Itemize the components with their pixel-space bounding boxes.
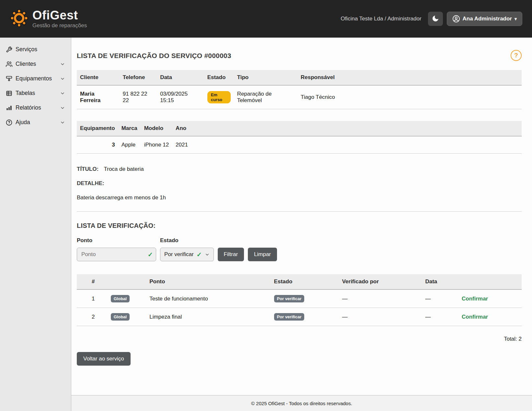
cell-modelo: iPhone 12	[141, 136, 172, 154]
scope-badge: Global	[111, 313, 130, 321]
logo-text: OfiGest Gestão de reparações	[32, 9, 87, 29]
cell-telefone: 91 822 22 22	[120, 85, 157, 109]
sidebar-item-ajuda[interactable]: Ajuda	[0, 115, 71, 130]
table-header-row: Equipamento Marca Modelo Ano	[77, 121, 522, 136]
table-row: 3 Apple iPhone 12 2021	[77, 136, 522, 154]
estado-filter-select[interactable]: Por verificar ✓	[160, 248, 214, 261]
moon-icon	[432, 15, 439, 23]
col-header-modelo: Modelo	[141, 121, 172, 136]
col-header-responsavel: Responsável	[297, 70, 522, 85]
col-header-action	[458, 274, 522, 289]
app-window: OfiGest Gestão de reparações Oficina Tes…	[0, 0, 532, 411]
confirm-link[interactable]: Confirmar	[462, 296, 488, 302]
service-summary-table: Cliente Telefone Data Estado Tipo Respon…	[77, 70, 522, 109]
cell-marca: Apple	[118, 136, 141, 154]
cell-action: Confirmar	[458, 289, 522, 308]
table-row: Maria Ferreira 91 822 22 22 03/09/2025 1…	[77, 85, 522, 109]
footer: © 2025 OfiGest - Todos os direitos reser…	[71, 395, 532, 411]
help-icon	[6, 119, 12, 126]
cell-equipamento: 3	[77, 136, 118, 154]
filter-button[interactable]: Filtrar	[218, 248, 244, 261]
sidebar-item-clientes[interactable]: Clientes	[0, 57, 71, 71]
cell-ponto: Limpeza final	[146, 308, 271, 326]
titulo-value: Troca de bateria	[104, 166, 144, 172]
sidebar-item-servicos[interactable]: Serviços	[0, 42, 71, 57]
cell-data: —	[422, 289, 458, 308]
copyright-text: © 2025 OfiGest - Todos os direitos reser…	[251, 401, 352, 406]
user-name: Ana Administrador	[463, 16, 512, 22]
col-header-ano: Ano	[172, 121, 522, 136]
chevron-down-icon	[205, 252, 210, 257]
table-header-row: # Ponto Estado Verificado por Data	[77, 274, 522, 289]
cell-verificado-por: —	[339, 289, 422, 308]
chevron-down-icon	[60, 76, 65, 81]
checklist-table: # Ponto Estado Verificado por Data 1 G	[77, 274, 522, 326]
user-avatar-icon	[452, 15, 460, 23]
checklist-row: 1 Global Teste de funcionamento Por veri…	[77, 289, 522, 308]
sidebar-item-relatorios[interactable]: Relatórios	[0, 100, 71, 115]
col-header-estado: Estado	[271, 274, 339, 289]
clear-button[interactable]: Limpar	[248, 248, 277, 261]
chevron-down-icon	[60, 105, 65, 111]
sidebar: Serviços Clientes Equipamentos	[0, 38, 71, 411]
confirm-link[interactable]: Confirmar	[462, 314, 488, 320]
sidebar-item-label: Equipamentos	[16, 75, 52, 82]
sidebar-item-label: Clientes	[16, 61, 36, 67]
estado-selected-value: Por verificar	[164, 251, 194, 258]
sidebar-item-label: Tabelas	[16, 90, 35, 97]
col-header-telefone: Telefone	[120, 70, 157, 85]
ponto-filter-label: Ponto	[77, 237, 156, 244]
help-circle-icon[interactable]: ?	[511, 50, 522, 61]
cell-scope: Global	[108, 289, 146, 308]
col-header-equipamento: Equipamento	[77, 121, 118, 136]
cell-estado: Em curso	[204, 85, 234, 109]
top-bar: OfiGest Gestão de reparações Oficina Tes…	[0, 0, 532, 38]
cell-scope: Global	[108, 308, 146, 326]
logo-title: OfiGest	[32, 9, 87, 22]
ponto-filter-input[interactable]	[77, 248, 156, 261]
dark-mode-toggle[interactable]	[428, 12, 443, 26]
titulo-label: TÍTULO:	[77, 166, 98, 172]
col-header-scope	[108, 274, 146, 289]
status-badge: Por verificar	[274, 295, 305, 302]
divider	[77, 211, 522, 212]
chevron-down-icon	[60, 91, 65, 96]
cell-cliente: Maria Ferreira	[77, 85, 120, 109]
sidebar-item-equipamentos[interactable]: Equipamentos	[0, 71, 71, 86]
caret-down-icon: ▾	[515, 16, 517, 21]
checklist-heading: LISTA DE VERIFICAÇÃO:	[77, 222, 522, 229]
check-icon: ✓	[148, 251, 153, 258]
main-content: LISTA DE VERIFICAÇÃO DO SERVIÇO #000003 …	[71, 38, 532, 411]
cell-data: —	[422, 308, 458, 326]
estado-filter-label: Estado	[160, 237, 214, 244]
sidebar-item-label: Relatórios	[16, 104, 41, 111]
total-count: Total: 2	[77, 336, 522, 342]
breadcrumb: Oficina Teste Lda / Administrador	[341, 16, 421, 22]
sidebar-item-tabelas[interactable]: Tabelas	[0, 86, 71, 100]
col-header-tipo: Tipo	[234, 70, 297, 85]
cell-num: 1	[77, 289, 108, 308]
devices-icon	[6, 76, 12, 82]
col-header-estado: Estado	[204, 70, 234, 85]
sidebar-item-label: Serviços	[16, 46, 37, 53]
back-to-service-button[interactable]: Voltar ao serviço	[77, 352, 131, 366]
status-badge: Em curso	[207, 91, 231, 103]
cell-ponto: Teste de funcionamento	[146, 289, 271, 308]
users-icon	[6, 61, 12, 67]
chevron-down-icon	[60, 62, 65, 67]
gear-logo-icon	[10, 9, 29, 29]
cell-verificado-por: —	[339, 308, 422, 326]
app-logo[interactable]: OfiGest Gestão de reparações	[10, 9, 87, 29]
col-header-ponto: Ponto	[146, 274, 271, 289]
cell-responsavel: Tiago Técnico	[297, 85, 522, 109]
detalhe-value: Bateria descarrega em menos de 1h	[77, 194, 522, 201]
col-header-num: #	[77, 274, 108, 289]
cell-tipo: Reparação de Telemóvel	[234, 85, 297, 109]
table-header-row: Cliente Telefone Data Estado Tipo Respon…	[77, 70, 522, 85]
col-header-verificado-por: Verificado por	[339, 274, 422, 289]
col-header-data: Data	[422, 274, 458, 289]
user-menu-button[interactable]: Ana Administrador ▾	[447, 12, 522, 26]
logo-subtitle: Gestão de reparações	[32, 23, 87, 29]
col-header-data: Data	[157, 70, 204, 85]
chevron-down-icon	[60, 120, 65, 125]
